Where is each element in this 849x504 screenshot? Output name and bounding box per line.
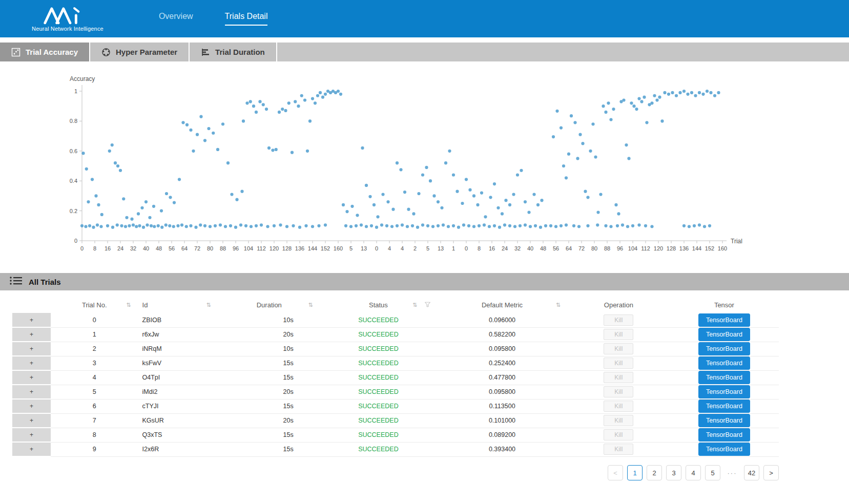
svg-text:48: 48 [156, 245, 162, 251]
col-id[interactable]: Id⇅ [138, 297, 218, 313]
svg-text:0: 0 [465, 245, 468, 251]
pagination-prev-button[interactable]: < [608, 465, 623, 480]
svg-text:0: 0 [375, 245, 378, 251]
pagination-page-1[interactable]: 1 [627, 465, 643, 480]
svg-text:160: 160 [334, 245, 343, 251]
kill-button[interactable]: Kill [604, 415, 633, 426]
expand-button[interactable]: + [12, 370, 51, 385]
cell-duration: 10s [218, 342, 320, 356]
cell-trial-no: 8 [51, 428, 138, 442]
tensorboard-button[interactable]: TensorBoard [698, 356, 750, 370]
col-tensor: Tensor [670, 297, 779, 313]
filter-icon[interactable] [425, 301, 430, 309]
tensorboard-button[interactable]: TensorBoard [698, 328, 750, 341]
subtab-label: Trial Accuracy [26, 48, 78, 56]
tensorboard-button[interactable]: TensorBoard [698, 428, 750, 442]
subtab-label: Hyper Parameter [116, 48, 177, 56]
pagination-page-5[interactable]: 5 [705, 465, 720, 480]
cell-default-metric: 0.113500 [437, 399, 568, 413]
tensorboard-button[interactable]: TensorBoard [698, 414, 750, 427]
kill-button[interactable]: Kill [604, 386, 633, 397]
cell-trial-no: 2 [51, 342, 138, 356]
table-row: + 7 KGsUR 20s SUCCEEDED 0.101000 Kill Te… [12, 413, 779, 428]
svg-text:72: 72 [578, 245, 585, 251]
pagination-page-4[interactable]: 4 [686, 465, 701, 480]
pagination-page-42[interactable]: 42 [744, 465, 759, 480]
svg-text:8: 8 [93, 245, 96, 251]
svg-text:96: 96 [617, 245, 623, 251]
table-row: + 6 cTYJI 15s SUCCEEDED 0.113500 Kill Te… [12, 399, 779, 413]
cell-default-metric: 0.096000 [437, 313, 568, 327]
cell-trial-no: 4 [51, 370, 138, 385]
expand-button[interactable]: + [12, 327, 51, 342]
kill-button[interactable]: Kill [604, 444, 633, 455]
svg-text:0.6: 0.6 [70, 148, 77, 154]
pagination-next-button[interactable]: > [763, 465, 779, 480]
sort-icon[interactable]: ⇅ [206, 302, 211, 308]
svg-text:1: 1 [452, 245, 455, 251]
kill-button[interactable]: Kill [604, 314, 633, 326]
svg-text:72: 72 [194, 245, 200, 251]
table-row: + 3 ksFwV 15s SUCCEEDED 0.252400 Kill Te… [12, 356, 779, 370]
tab-overview[interactable]: Overview [159, 12, 193, 26]
svg-text:104: 104 [628, 245, 637, 251]
status-badge: SUCCEEDED [320, 327, 437, 342]
cell-id: ZBIOB [138, 313, 218, 327]
col-expand [12, 297, 51, 313]
sort-icon[interactable]: ⇅ [556, 302, 561, 308]
expand-button[interactable]: + [12, 313, 51, 327]
cell-id: I2x6R [138, 442, 218, 456]
cell-default-metric: 0.095800 [437, 342, 568, 356]
expand-button[interactable]: + [12, 442, 51, 456]
kill-button[interactable]: Kill [604, 343, 633, 354]
cell-duration: 15s [218, 356, 320, 370]
svg-text:Trial: Trial [731, 238, 742, 245]
cell-duration: 20s [218, 385, 320, 399]
expand-button[interactable]: + [12, 399, 51, 413]
cell-id: KGsUR [138, 413, 218, 428]
app-header: Neural Network Intelligence Overview Tri… [0, 0, 849, 37]
subtab-trial-accuracy[interactable]: Trial Accuracy [0, 43, 90, 61]
kill-button[interactable]: Kill [604, 358, 633, 369]
svg-text:Accuracy: Accuracy [70, 75, 95, 82]
pagination-ellipsis[interactable]: ··· [724, 465, 740, 480]
cell-default-metric: 0.095800 [437, 385, 568, 399]
col-trial-no[interactable]: Trial No.⇅ [51, 297, 138, 313]
tensorboard-button[interactable]: TensorBoard [698, 443, 750, 456]
expand-button[interactable]: + [12, 356, 51, 370]
kill-button[interactable]: Kill [604, 429, 633, 440]
kill-button[interactable]: Kill [604, 329, 633, 340]
pagination-page-2[interactable]: 2 [647, 465, 662, 480]
svg-text:80: 80 [207, 245, 213, 251]
col-status[interactable]: Status⇅ [320, 297, 437, 313]
expand-button[interactable]: + [12, 342, 51, 356]
expand-button[interactable]: + [12, 385, 51, 399]
sort-icon[interactable]: ⇅ [308, 302, 313, 308]
sort-icon[interactable]: ⇅ [412, 302, 417, 308]
status-badge: SUCCEEDED [320, 399, 437, 413]
subtab-trial-duration[interactable]: Trial Duration [190, 43, 277, 61]
tab-trials-detail[interactable]: Trials Detail [225, 12, 268, 26]
subtab-hyper-parameter[interactable]: Hyper Parameter [90, 43, 190, 61]
tensorboard-button[interactable]: TensorBoard [698, 313, 750, 327]
tensorboard-button[interactable]: TensorBoard [698, 371, 750, 384]
expand-button[interactable]: + [12, 413, 51, 428]
svg-text:0.4: 0.4 [70, 178, 77, 184]
svg-text:136: 136 [295, 245, 304, 251]
tensorboard-button[interactable]: TensorBoard [698, 400, 750, 413]
tensorboard-button[interactable]: TensorBoard [698, 342, 750, 355]
kill-button[interactable]: Kill [604, 401, 633, 412]
pagination-page-3[interactable]: 3 [666, 465, 681, 480]
cell-default-metric: 0.252400 [437, 356, 568, 370]
kill-button[interactable]: Kill [604, 372, 633, 383]
svg-text:152: 152 [321, 245, 330, 251]
expand-button[interactable]: + [12, 428, 51, 442]
svg-text:16: 16 [489, 245, 495, 251]
tensorboard-button[interactable]: TensorBoard [698, 385, 750, 398]
scatter-chart-icon [11, 48, 20, 57]
trials-table: Trial No.⇅ Id⇅ Duration⇅ Status⇅ Default… [12, 297, 779, 457]
sort-icon[interactable]: ⇅ [126, 302, 131, 308]
col-default-metric[interactable]: Default Metric⇅ [437, 297, 568, 313]
cell-id: r6xJw [138, 327, 218, 342]
col-duration[interactable]: Duration⇅ [218, 297, 320, 313]
